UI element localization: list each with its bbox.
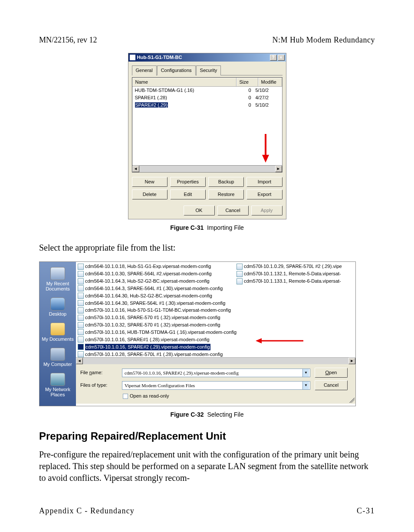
- horizontal-scrollbar[interactable]: ◄ ►: [132, 165, 282, 172]
- config-list[interactable]: Name Size Modifie HUB-TDM-STDMA-G1 (.16)…: [132, 77, 283, 173]
- scroll-right-button[interactable]: ►: [348, 358, 355, 364]
- filename-input[interactable]: [123, 370, 302, 375]
- figure-c31-caption: Figure C-31 Importing File: [39, 224, 375, 232]
- restore-button[interactable]: Restore: [208, 189, 244, 199]
- import-button[interactable]: Import: [246, 177, 282, 187]
- file-horizontal-scrollbar[interactable]: ◄ ►: [76, 357, 355, 364]
- file-item[interactable]: cdm570l-10.1.132.1, Remote-5-Data.vipers…: [237, 270, 354, 277]
- export-button[interactable]: Export: [246, 189, 282, 199]
- file-icon: [237, 264, 243, 270]
- file-icon: [78, 285, 84, 291]
- window-title: Hub-S1-G1-TDM-BC: [137, 54, 269, 61]
- file-icon: [78, 315, 84, 321]
- file-item[interactable]: cdm570i-10.1.0.16, SPARE-570 #1 (.32).vi…: [78, 314, 237, 321]
- header-right: N:M Hub Modem Redundancy: [273, 35, 375, 45]
- file-icon: [237, 278, 243, 284]
- titlebar[interactable]: Hub-S1-G1-TDM-BC ? ×: [128, 53, 286, 62]
- backup-button[interactable]: Backup: [208, 177, 244, 187]
- new-button[interactable]: New: [132, 177, 168, 187]
- button-grid: New Properties Backup Import Delete Edit…: [132, 177, 283, 199]
- place-recent[interactable]: My Recent Documents: [39, 267, 76, 291]
- file-icon: [78, 300, 84, 306]
- scroll-left-button[interactable]: ◄: [76, 358, 83, 364]
- open-button[interactable]: Open: [315, 368, 348, 378]
- body-paragraph: Pre-configure the repaired/replacement u…: [39, 449, 375, 484]
- annotation-arrow-icon: [261, 134, 270, 164]
- file-item[interactable]: cdm564l-10.1.0.30, SPARE-564L #2.vipersa…: [78, 270, 237, 277]
- file-list[interactable]: cdm564l-10.1.0.18, Hub-S1-G1-Exp.vipersa…: [76, 262, 355, 357]
- file-item[interactable]: cdm564l-10.1.64.30, SPARE-564L #1 (.30).…: [78, 300, 237, 307]
- file-icon: [78, 307, 84, 313]
- tab-strip: General Configurations Security: [132, 65, 283, 75]
- tab-security[interactable]: Security: [196, 65, 221, 75]
- file-item[interactable]: cdm570l-10.1.0.28, SPARE-570L #1 (.28).v…: [78, 351, 237, 358]
- table-row[interactable]: SPARE#1 (.28) 0 4/27/2: [132, 94, 282, 101]
- desktop-icon: [50, 297, 65, 310]
- col-modified[interactable]: Modifie: [258, 78, 282, 86]
- file-item[interactable]: cdm570l-10.1.133.1, Remote-6-Data.vipers…: [237, 277, 354, 285]
- col-name[interactable]: Name: [132, 78, 237, 86]
- apply-button[interactable]: Apply: [251, 206, 283, 215]
- properties-button[interactable]: Properties: [170, 177, 206, 187]
- scroll-left-button[interactable]: ◄: [132, 166, 139, 172]
- file-item[interactable]: cdm570l-10.1.0.16, HUB-TDM-STDMA-G1 (.16…: [78, 329, 237, 336]
- filename-label: File name:: [80, 369, 118, 376]
- file-item[interactable]: cdm570l-10.1.0.29, SPARE-570L #2 (.29).v…: [237, 263, 354, 270]
- resize-handle-icon[interactable]: [349, 398, 355, 403]
- scroll-right-button[interactable]: ►: [275, 166, 282, 172]
- file-item[interactable]: cdm570i-10.1.0.32, SPARE-570 #1 (.32).vi…: [78, 321, 237, 329]
- ok-button[interactable]: OK: [184, 206, 215, 215]
- cancel-button[interactable]: Cancel: [315, 380, 348, 390]
- file-item[interactable]: cdm564l-10.1.64.3, SPARE-564L #1 (.30).v…: [78, 285, 237, 292]
- footer-right: C-31: [357, 506, 375, 516]
- close-button[interactable]: ×: [278, 55, 285, 61]
- footer-left: Appendix C - Redundancy: [39, 506, 135, 516]
- readonly-row[interactable]: Open as read-only: [122, 393, 310, 399]
- col-size[interactable]: Size: [237, 78, 258, 86]
- place-computer[interactable]: My Computer: [39, 348, 76, 367]
- header-left: MN/22156, rev 12: [39, 35, 97, 45]
- file-icon: [78, 278, 84, 284]
- scroll-track[interactable]: [83, 358, 348, 364]
- chevron-down-icon[interactable]: ▼: [302, 382, 309, 389]
- file-item[interactable]: cdm570i-10.1.0.16, Hub-570-S1-G1-TDM-BC.…: [78, 307, 237, 314]
- list-header: Name Size Modifie: [132, 78, 282, 87]
- file-icon: [78, 271, 84, 277]
- cancel-button[interactable]: Cancel: [217, 206, 249, 215]
- filename-combo[interactable]: ▼: [122, 369, 310, 377]
- place-desktop[interactable]: Desktop: [39, 297, 76, 317]
- place-documents[interactable]: My Documents: [39, 323, 76, 342]
- page-footer: Appendix C - Redundancy C-31: [39, 506, 375, 516]
- tab-general[interactable]: General: [132, 65, 157, 75]
- annotation-arrow-icon: [256, 338, 303, 344]
- file-item[interactable]: cdm564l-10.1.0.18, Hub-S1-G1-Exp.vipersa…: [78, 263, 237, 270]
- edit-button[interactable]: Edit: [170, 189, 206, 199]
- config-dialog: Hub-S1-G1-TDM-BC ? × General Configurati…: [128, 53, 286, 219]
- filetype-input[interactable]: [123, 383, 302, 388]
- svg-marker-1: [262, 155, 269, 163]
- readonly-checkbox[interactable]: [123, 394, 128, 399]
- file-item[interactable]: cdm564l-10.1.64.30, Hub-S2-G2-BC.vipersa…: [78, 292, 237, 300]
- file-item[interactable]: cdm564l-10.1.64.3, Hub-S2-G2-BC.vipersat…: [78, 277, 237, 285]
- filetype-combo[interactable]: ▼: [122, 381, 310, 390]
- instruction-text: Select the appropriate file from the lis…: [39, 242, 375, 254]
- chevron-down-icon[interactable]: ▼: [302, 369, 309, 377]
- file-icon: [78, 344, 84, 350]
- place-network[interactable]: My Network Places: [39, 373, 76, 397]
- file-item[interactable]: cdm570l-10.1.0.16, SPARE#1 (.28).vipersa…: [78, 336, 237, 343]
- file-icon: [78, 264, 84, 270]
- scroll-track[interactable]: [139, 166, 275, 172]
- window-icon: [130, 55, 135, 60]
- readonly-label: Open as read-only: [130, 393, 169, 399]
- file-item[interactable]: cdm570l-10.1.0.16, SPARE#2 (.29).vipersa…: [78, 343, 237, 351]
- places-bar: My Recent Documents Desktop My Documents…: [39, 262, 76, 406]
- table-row[interactable]: HUB-TDM-STDMA-G1 (.16) 0 5/10/2: [132, 87, 282, 94]
- computer-icon: [50, 348, 65, 361]
- delete-button[interactable]: Delete: [132, 189, 168, 199]
- file-dialog-bottom: File name: ▼ Open Files of type: ▼ Cance…: [76, 364, 355, 404]
- tab-configurations[interactable]: Configurations: [157, 65, 196, 75]
- file-open-dialog: My Recent Documents Desktop My Documents…: [39, 261, 356, 406]
- help-button[interactable]: ?: [270, 55, 277, 61]
- table-row-selected[interactable]: SPARE#2 (.29) 0 5/10/2: [132, 101, 282, 109]
- network-icon: [50, 373, 65, 386]
